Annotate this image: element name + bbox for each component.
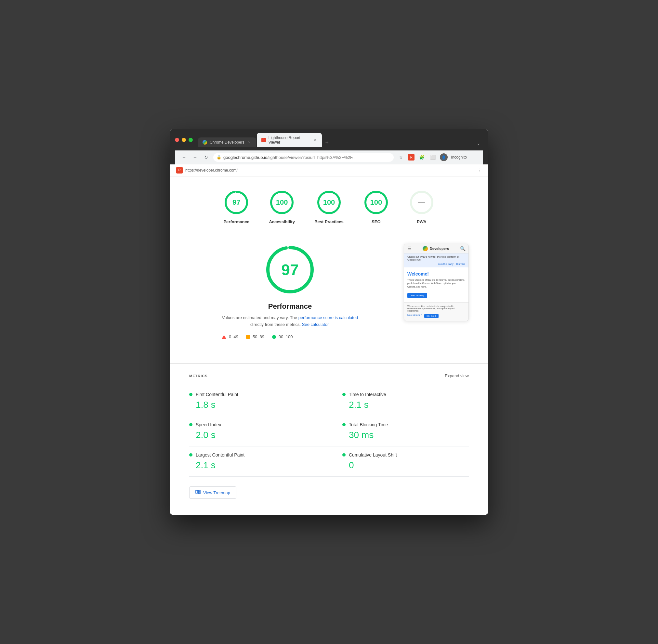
info-bar-url: https://developer.chrome.com/ xyxy=(185,168,238,172)
desc-part2: directly from these metrics. xyxy=(250,322,302,327)
score-value-pwa: — xyxy=(418,198,425,207)
score-item-best-practices: 100 Best Practices xyxy=(314,189,344,224)
info-bar-left: R https://developer.chrome.com/ xyxy=(176,167,238,174)
metric-value-tti: 2.1 s xyxy=(349,400,469,410)
preview-cookie-bar: We serve cookies on this site to analyze… xyxy=(404,302,468,321)
tab-lighthouse[interactable]: 🔴 Lighthouse Report Viewer ✕ xyxy=(257,133,322,147)
score-circle-accessibility: 100 xyxy=(269,189,295,215)
scores-row: 97 Performance 100 Accessibility xyxy=(189,189,469,224)
metric-name-tti: Time to Interactive xyxy=(349,392,386,397)
profile-avatar[interactable]: 👤 xyxy=(440,153,448,161)
extension-icon[interactable]: R xyxy=(408,154,415,161)
metrics-title: METRICS xyxy=(189,374,208,378)
tab-close-lighthouse[interactable]: ✕ xyxy=(313,138,317,142)
calculator-link[interactable]: See calculator. xyxy=(302,322,330,327)
big-score-container: 97 Performance Values are estimated and … xyxy=(189,244,391,340)
chrome-icon xyxy=(202,140,207,144)
screenshot-preview-container: ☰ Developers 🔍 Check out what's new for … xyxy=(404,244,469,347)
tab-lighthouse-label: Lighthouse Report Viewer xyxy=(268,136,310,144)
score-circle-best-practices: 100 xyxy=(316,189,342,215)
tab-close-chrome[interactable]: ✕ xyxy=(247,140,251,144)
info-bar-menu[interactable]: ⋮ xyxy=(478,168,482,172)
legend-dot-icon xyxy=(272,335,276,339)
legend-item-green: 90–100 xyxy=(272,335,292,339)
metric-name-si: Speed Index xyxy=(196,422,221,427)
close-button[interactable] xyxy=(175,138,179,142)
preview-ok-btn[interactable]: Ok, Got It xyxy=(424,314,439,318)
address-box[interactable]: 🔒 googlechrome.github.io/lighthouse/view… xyxy=(213,153,394,162)
score-item-seo: 100 SEO xyxy=(363,189,389,224)
lighthouse-icon: 🔴 xyxy=(261,138,266,142)
treemap-btn-label: View Treemap xyxy=(203,490,230,495)
score-item-pwa: — PWA xyxy=(409,189,435,224)
reload-button[interactable]: ↻ xyxy=(202,153,210,161)
preview-banner-actions: Join the party Dismiss xyxy=(407,262,465,266)
info-bar-extension-icon: R xyxy=(176,167,183,174)
svg-rect-13 xyxy=(198,492,200,493)
expand-view-button[interactable]: Expand view xyxy=(445,373,469,378)
big-score-circle: 97 xyxy=(264,244,316,296)
address-url: googlechrome.github.io/lighthouse/viewer… xyxy=(223,155,356,160)
score-circle-pwa: — xyxy=(409,189,435,215)
url-path: /lighthouse/viewer/?psiurl=https%3A%2F%2… xyxy=(267,155,356,160)
minimize-button[interactable] xyxy=(182,138,186,142)
metric-value-cls: 0 xyxy=(349,460,469,470)
preview-header: ☰ Developers 🔍 xyxy=(404,244,468,253)
incognito-label: Incognito xyxy=(451,155,467,160)
browser-menu-icon[interactable]: ⋮ xyxy=(470,153,478,161)
legend-triangle-icon xyxy=(222,335,226,339)
score-label-pwa: PWA xyxy=(417,219,426,224)
score-label-seo: SEO xyxy=(372,219,380,224)
score-item-performance: 97 Performance xyxy=(223,189,249,224)
forward-button[interactable]: → xyxy=(191,153,199,161)
metric-item-cls: Cumulative Layout Shift 0 xyxy=(329,446,469,477)
tab-chrome-developers[interactable]: Chrome Developers ✕ xyxy=(198,137,256,147)
window-icon[interactable]: ⬜ xyxy=(429,153,437,161)
browser-window: Chrome Developers ✕ 🔴 Lighthouse Report … xyxy=(170,129,488,515)
metric-value-fcp: 1.8 s xyxy=(196,400,316,410)
score-label-best-practices: Best Practices xyxy=(314,219,344,224)
browser-content: 97 Performance 100 Accessibility xyxy=(170,177,488,515)
score-circle-performance: 97 xyxy=(223,189,249,215)
legend-row: 0–49 50–89 90–100 xyxy=(222,335,358,339)
tab-menu-button[interactable]: ⌄ xyxy=(474,139,483,147)
metric-header-fcp: First Contentful Paint xyxy=(189,392,316,397)
preview-start-btn[interactable]: Start building xyxy=(407,293,427,298)
metric-item-tti: Time to Interactive 2.1 s xyxy=(329,386,469,416)
metric-item-lcp: Largest Contentful Paint 2.1 s xyxy=(189,446,329,477)
preview-welcome-text: Welcome! xyxy=(407,271,465,277)
traffic-lights xyxy=(175,138,193,142)
svg-rect-12 xyxy=(198,490,200,491)
metric-header-cls: Cumulative Layout Shift xyxy=(342,452,469,458)
preview-cookie-actions: More details ↗ Ok, Got It xyxy=(407,314,465,318)
performance-title: Performance xyxy=(222,302,358,310)
maximize-button[interactable] xyxy=(189,138,193,142)
metric-header-tbt: Total Blocking Time xyxy=(342,422,469,427)
metric-name-fcp: First Contentful Paint xyxy=(196,392,238,397)
score-label-accessibility: Accessibility xyxy=(269,219,295,224)
preview-chrome-icon xyxy=(423,246,428,251)
metric-value-lcp: 2.1 s xyxy=(196,460,316,470)
preview-join-link[interactable]: Join the party xyxy=(438,262,454,266)
preview-more-details-link[interactable]: More details ↗ xyxy=(407,314,422,318)
score-value-best-practices: 100 xyxy=(323,198,335,207)
main-left: 97 Performance Values are estimated and … xyxy=(189,244,391,347)
score-item-accessibility: 100 Accessibility xyxy=(269,189,295,224)
new-tab-button[interactable]: + xyxy=(323,138,332,147)
perf-score-link[interactable]: performance score is calculated xyxy=(299,315,358,320)
desc-part1: Values are estimated and may vary. The xyxy=(222,315,299,320)
preview-banner-text: Check out what's new for the web platfor… xyxy=(407,255,459,261)
puzzle-icon[interactable]: 🧩 xyxy=(418,153,425,161)
metric-dot-fcp xyxy=(189,393,193,396)
big-score-number: 97 xyxy=(281,260,299,278)
lock-icon: 🔒 xyxy=(217,155,221,160)
score-circle-seo: 100 xyxy=(363,189,389,215)
preview-dismiss-link[interactable]: Dismiss xyxy=(456,262,465,266)
back-button[interactable]: ← xyxy=(180,153,188,161)
svg-rect-11 xyxy=(196,490,198,493)
view-treemap-button[interactable]: View Treemap xyxy=(189,486,236,499)
star-icon[interactable]: ☆ xyxy=(397,153,405,161)
score-value-seo: 100 xyxy=(370,198,382,207)
metrics-grid: First Contentful Paint 1.8 s Time to Int… xyxy=(189,386,469,477)
preview-logo: Developers xyxy=(423,246,449,251)
